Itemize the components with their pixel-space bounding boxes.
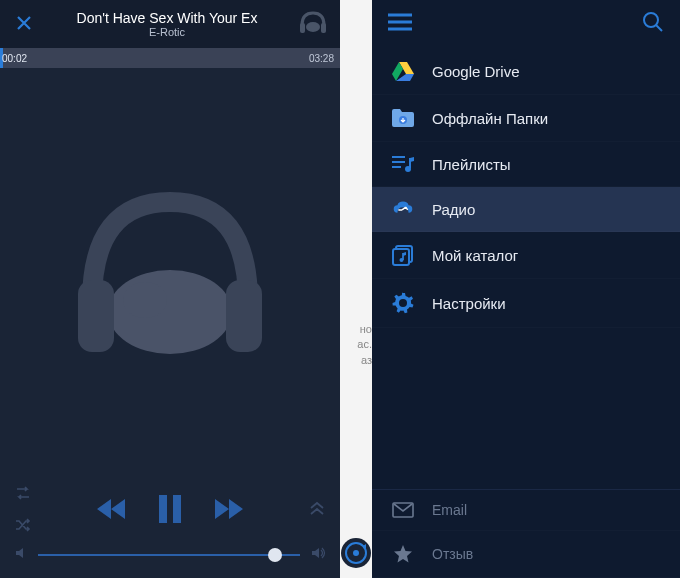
menu-label: Google Drive bbox=[432, 63, 520, 80]
gear-icon bbox=[390, 291, 416, 315]
svg-point-11 bbox=[644, 13, 658, 27]
menu-footer: Email Отзыв bbox=[372, 489, 680, 578]
svg-rect-7 bbox=[159, 495, 167, 523]
album-art bbox=[0, 68, 340, 476]
shuffle-icon[interactable] bbox=[14, 518, 32, 536]
volume-low-icon bbox=[14, 546, 28, 564]
svg-point-13 bbox=[405, 166, 411, 172]
svg-rect-6 bbox=[226, 280, 262, 352]
svg-point-10 bbox=[353, 550, 359, 556]
menu-label: Оффлайн Папки bbox=[432, 110, 548, 127]
menu-item-email[interactable]: Email bbox=[372, 490, 680, 531]
player-header: Don't Have Sex With Your Ex E-Rotic bbox=[0, 0, 340, 48]
menu-item-offline-folders[interactable]: Оффлайн Папки bbox=[372, 95, 680, 142]
svg-rect-15 bbox=[393, 249, 409, 265]
google-drive-icon bbox=[390, 60, 416, 82]
menu-item-google-drive[interactable]: Google Drive bbox=[372, 48, 680, 95]
svg-point-17 bbox=[399, 299, 407, 307]
menu-label: Радио bbox=[432, 201, 475, 218]
menu-label: Мой каталог bbox=[432, 247, 518, 264]
player-controls bbox=[0, 476, 340, 578]
volume-thumb[interactable] bbox=[268, 548, 282, 562]
track-info: Don't Have Sex With Your Ex E-Rotic bbox=[38, 10, 296, 38]
track-artist: E-Rotic bbox=[38, 26, 296, 38]
peek-text: но ас. аз bbox=[340, 322, 372, 368]
close-icon[interactable] bbox=[10, 11, 38, 37]
playlists-icon bbox=[390, 154, 416, 174]
volume-track[interactable] bbox=[38, 554, 300, 556]
svg-rect-1 bbox=[300, 23, 305, 33]
headphones-cloud-icon bbox=[296, 7, 330, 41]
menu-item-feedback[interactable]: Отзыв bbox=[372, 531, 680, 578]
menu-panel: но ас. аз Google Dr bbox=[340, 0, 680, 578]
next-button[interactable] bbox=[211, 496, 245, 526]
menu-list: Google Drive Оффлайн Папки Плейлисты Рад… bbox=[372, 48, 680, 489]
star-icon bbox=[390, 543, 416, 565]
svg-point-3 bbox=[108, 270, 232, 354]
svg-point-0 bbox=[306, 22, 320, 32]
svg-point-16 bbox=[400, 258, 404, 262]
repeat-icon[interactable] bbox=[14, 486, 32, 504]
folder-icon bbox=[390, 107, 416, 129]
menu-item-radio[interactable]: Радио bbox=[372, 187, 680, 232]
menu-item-playlists[interactable]: Плейлисты bbox=[372, 142, 680, 187]
menu-label: Email bbox=[432, 502, 467, 518]
email-icon bbox=[390, 502, 416, 518]
previous-button[interactable] bbox=[95, 496, 129, 526]
pause-button[interactable] bbox=[157, 493, 183, 529]
time-elapsed: 00:02 bbox=[0, 53, 27, 64]
track-title: Don't Have Sex With Your Ex bbox=[38, 10, 296, 26]
menu-label: Отзыв bbox=[432, 546, 473, 562]
progress-bar[interactable]: 00:02 03:28 bbox=[0, 48, 340, 68]
mini-player-icon[interactable] bbox=[341, 538, 371, 568]
svg-point-4 bbox=[123, 282, 167, 318]
svg-rect-8 bbox=[173, 495, 181, 523]
svg-rect-2 bbox=[321, 23, 326, 33]
underlying-view-peek: но ас. аз bbox=[340, 0, 372, 578]
svg-rect-5 bbox=[78, 280, 114, 352]
search-icon[interactable] bbox=[642, 11, 664, 37]
volume-high-icon bbox=[310, 546, 326, 564]
side-menu: Google Drive Оффлайн Папки Плейлисты Рад… bbox=[372, 0, 680, 578]
menu-item-catalog[interactable]: Мой каталог bbox=[372, 232, 680, 279]
player-panel: Don't Have Sex With Your Ex E-Rotic 00:0… bbox=[0, 0, 340, 578]
menu-header bbox=[372, 0, 680, 48]
radio-icon bbox=[390, 199, 416, 219]
menu-item-settings[interactable]: Настройки bbox=[372, 279, 680, 328]
time-total: 03:28 bbox=[309, 53, 340, 64]
menu-label: Настройки bbox=[432, 295, 506, 312]
catalog-icon bbox=[390, 244, 416, 266]
menu-icon[interactable] bbox=[388, 13, 412, 35]
volume-slider[interactable] bbox=[14, 546, 326, 564]
chevron-up-icon[interactable] bbox=[308, 503, 326, 520]
menu-label: Плейлисты bbox=[432, 156, 511, 173]
